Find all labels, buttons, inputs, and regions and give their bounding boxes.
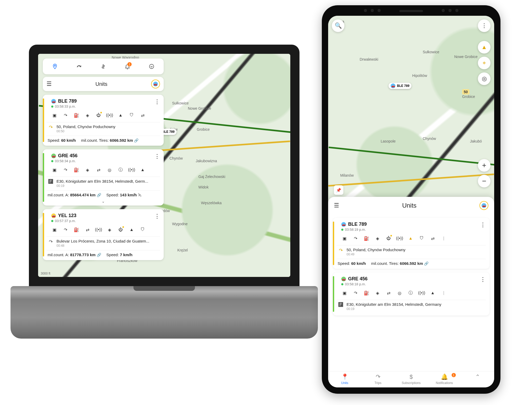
link-icon[interactable]: 🔗 [97,253,101,257]
overflow-icon[interactable]: | [441,290,447,296]
unit-card-ble789[interactable]: 🚗 BLE 789 03:58:19 p.m. ⋮ ▣ ↷ [333,218,489,269]
gps-icon[interactable]: ◎ [106,167,113,173]
sheet-title: Units [402,202,417,209]
device-icon[interactable]: ▣ [51,112,58,118]
motion-icon[interactable]: ↷ [352,290,359,296]
nav-arrow-icon[interactable]: ▲ [117,112,124,118]
more-button[interactable]: ⋮ [480,276,486,283]
power-icon[interactable]: ⏻ [117,227,124,233]
unit-address: E30, Königslutter am Elm 38154, Helmsted… [56,179,160,183]
map-town-label: Hipolitów [412,73,427,78]
fuel-icon[interactable]: ⛽ [73,227,80,233]
map-town-label: Chynów [423,136,436,141]
unit-time: 03:58:34 p.m. [55,159,76,163]
device-icon[interactable]: ▣ [51,227,58,233]
signal-icon[interactable]: ((•)) [95,227,102,233]
overflow-icon[interactable]: | [441,235,447,241]
route-icon[interactable]: ◈ [84,167,91,173]
car-icon: 🚗 [341,277,346,281]
unit-card-ble789[interactable]: 🚗 BLE 789 03:58:33 p.m. ⋮ ▣ ↷ [43,95,164,146]
motion-icon[interactable]: ↷ [352,235,359,241]
signal-icon[interactable]: ((•)) [396,235,403,241]
nav-subscriptions[interactable]: $ Subscriptions [395,374,428,385]
shield-icon[interactable]: ⛉ [140,227,146,233]
nav-arrow-icon[interactable]: ▲ [407,235,414,241]
fuel-icon[interactable]: ⛽ [73,112,80,118]
pin-sheet-button[interactable]: 📌 [334,185,343,195]
more-button[interactable]: ⋮ [154,153,160,160]
shield-icon[interactable]: ⛉ [128,112,135,118]
signal-icon[interactable]: ((•)) [128,167,135,173]
more-button[interactable]: ⋮ [154,98,160,105]
tab-notifications[interactable]: 1 [123,62,132,71]
device-icon[interactable]: ▣ [341,290,348,296]
collapse-button[interactable]: ⌄ [47,199,160,203]
device-icon[interactable]: ▣ [51,167,58,173]
map-town-label: Gaj Żelechowski [198,175,225,179]
menu-icon[interactable]: ☰ [47,81,52,87]
route-icon[interactable]: ◈ [374,235,381,241]
nav-arrow-button[interactable]: ▲ [478,41,490,54]
engine-icon[interactable]: ⇄ [140,112,146,118]
unit-card-gre456[interactable]: 🚗 GRE 456 03:58:18 p.m. ⋮ ▣ ↷ [333,272,489,315]
map-unit-marker[interactable]: 🚗 BLE 789 [389,83,411,89]
fuel-icon[interactable]: ⛽ [363,290,370,296]
nav-units[interactable]: 📍 Units [328,374,361,385]
zoom-out-button[interactable]: − [478,175,490,187]
zoom-in-button[interactable]: + [478,159,490,172]
tab-subscriptions[interactable] [99,62,108,71]
nav-arrow-icon[interactable]: ▲ [430,290,436,296]
info-icon[interactable]: ⓘ [407,290,414,296]
unit-card-yel123[interactable]: 🚗 YEL 123 03:57:37 p.m. ⋮ ▣ ↷ [43,209,164,260]
tab-trips[interactable] [74,62,84,71]
info-icon[interactable]: ⓘ [117,167,124,173]
route-icon[interactable]: ◈ [374,290,381,296]
divider [47,250,160,250]
signal-icon[interactable]: ((•)) [419,290,425,296]
motion-icon[interactable]: ↷ [62,167,69,173]
tab-more[interactable] [147,62,156,71]
unit-name: BLE 789 [348,222,367,227]
more-button[interactable]: ⋮ [480,222,486,228]
search-button[interactable]: 🔍 [332,19,344,32]
nav-more[interactable]: ⌃ [461,374,494,385]
engine-icon[interactable]: ⇄ [84,227,91,233]
follow-unit-button[interactable]: 🚗 [151,80,160,88]
engine-icon[interactable]: ⇄ [385,290,392,296]
divider [47,136,160,136]
divider [47,190,160,191]
status-dot [51,106,53,108]
nav-arrow-icon[interactable]: ▲ [140,167,146,173]
power-icon[interactable]: ⏻ [95,112,102,118]
fuel-icon[interactable]: ⛽ [363,235,370,241]
shield-icon[interactable]: ⛉ [419,235,425,241]
map-town-label: Węszelówka [201,201,222,205]
tab-units[interactable] [50,62,60,71]
signal-icon[interactable]: ((•)) [106,112,113,118]
nav-label: Trips [374,381,381,385]
horse-icon: ↷ [376,374,380,380]
motion-icon[interactable]: ↷ [62,227,69,233]
link-icon[interactable]: 🔗 [97,193,101,197]
follow-unit-button[interactable]: 🚗 [479,201,488,210]
map-more-button[interactable]: ⋮ [478,19,490,32]
more-button[interactable]: ⋮ [154,213,160,220]
engine-icon[interactable]: ⇄ [95,167,102,173]
nav-trips[interactable]: ↷ Trips [361,374,394,385]
nav-arrow-icon[interactable]: ▲ [128,227,135,233]
route-icon[interactable]: ◈ [106,227,113,233]
locate-button[interactable]: ◎ [478,72,490,85]
device-icon[interactable]: ▣ [341,235,348,241]
gps-icon[interactable]: ◎ [396,290,403,296]
route-icon[interactable]: ◈ [84,112,91,118]
fuel-icon[interactable]: ⛽ [73,167,80,173]
engine-icon[interactable]: ⇄ [430,235,436,241]
unit-card-gre456[interactable]: 🚗 GRE 456 03:58:34 p.m. ⋮ ▣ ↷ [43,149,164,206]
menu-icon[interactable]: ☰ [334,202,339,209]
power-icon[interactable]: ⏻ [385,235,392,241]
motion-icon[interactable]: ↷ [62,112,69,118]
nav-notifications[interactable]: 🔔 1 Notifications [428,374,461,385]
scan-button[interactable]: ⌖ [478,57,490,69]
link-icon[interactable]: 🔗 [134,138,138,143]
link-icon[interactable]: 🔗 [424,261,428,266]
